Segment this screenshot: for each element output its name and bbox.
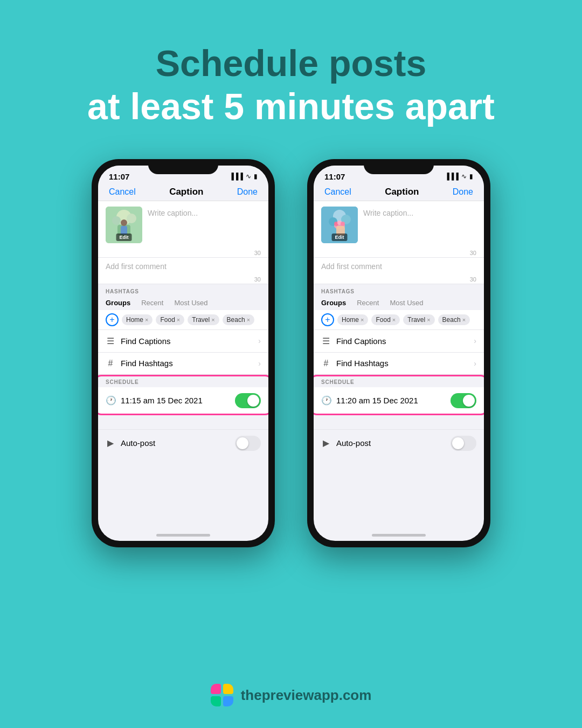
hashtags-label-left: HASHTAGS <box>98 284 268 297</box>
schedule-section-wrapper-left: SCHEDULE 🕐 11:15 am 15 Dec 2021 <box>98 375 268 414</box>
find-hashtags-text-right: Find Hashtags <box>336 359 389 368</box>
add-chip-left[interactable]: + <box>106 313 119 326</box>
find-hashtags-item-left[interactable]: # Find Hashtags › <box>98 353 268 375</box>
autopost-row-left: ▶ Auto-post <box>98 429 268 457</box>
hero-line2: at least 5 minutes apart <box>0 86 582 127</box>
caption-area-right: Edit Write caption... <box>314 201 484 249</box>
hashtag-tabs-right: Groups Recent Most Used <box>314 297 484 310</box>
notch-right <box>364 159 434 174</box>
chevron-captions-right: › <box>474 336 476 345</box>
done-button-left[interactable]: Done <box>237 187 258 197</box>
autopost-row-right: ▶ Auto-post <box>314 429 484 457</box>
schedule-toggle-right[interactable] <box>451 393 476 408</box>
schedule-toggle-left[interactable] <box>235 393 261 408</box>
footer: thepreviewapp.com <box>0 684 582 706</box>
chip-travel-left[interactable]: Travel× <box>188 314 219 325</box>
nav-bar-right: Cancel Caption Done <box>314 183 484 201</box>
char-count-right: 30 <box>314 249 484 257</box>
autopost-toggle-knob-right <box>452 437 464 449</box>
wifi-icon-right: ∿ <box>461 173 467 180</box>
tab-recent-left[interactable]: Recent <box>141 299 163 307</box>
find-captions-item-left[interactable]: ☰ Find Captions › <box>98 330 268 353</box>
cancel-button-right[interactable]: Cancel <box>324 187 351 197</box>
autopost-icon-left: ▶ <box>106 438 115 448</box>
nav-title-right: Caption <box>385 187 419 197</box>
chip-home-left[interactable]: Home× <box>122 314 153 325</box>
autopost-text-right: Auto-post <box>336 438 371 448</box>
chip-beach-left[interactable]: Beach× <box>223 314 254 325</box>
tab-groups-left[interactable]: Groups <box>106 299 130 307</box>
find-hashtags-text-left: Find Hashtags <box>121 359 173 368</box>
done-button-right[interactable]: Done <box>453 187 473 197</box>
toggle-knob-left <box>247 395 259 407</box>
autopost-toggle-knob-left <box>237 437 248 449</box>
chevron-captions-left: › <box>258 336 261 345</box>
find-captions-item-right[interactable]: ☰ Find Captions › <box>314 330 484 353</box>
captions-icon-right: ☰ <box>321 336 331 346</box>
svg-point-5 <box>121 219 127 226</box>
caption-input-right[interactable]: Write caption... <box>363 207 413 243</box>
hashtags-icon-left: # <box>106 359 115 368</box>
tab-groups-right[interactable]: Groups <box>321 299 346 307</box>
find-captions-left-right: ☰ Find Captions <box>321 336 386 346</box>
svg-point-14 <box>341 222 345 226</box>
chip-food-right[interactable]: Food× <box>371 314 400 325</box>
thumbnail-left[interactable]: Edit <box>106 207 142 243</box>
autopost-toggle-right[interactable] <box>451 436 476 451</box>
hashtag-chips-left: + Home× Food× Travel× Beach× <box>98 310 268 330</box>
find-captions-text-left: Find Captions <box>121 336 171 346</box>
find-hashtags-item-right[interactable]: # Find Hashtags › <box>314 353 484 375</box>
hashtag-tabs-left: Groups Recent Most Used <box>98 297 268 310</box>
notch-left <box>148 159 218 174</box>
tab-most-used-left[interactable]: Most Used <box>174 299 207 307</box>
char-count-left: 30 <box>98 249 268 257</box>
nav-title-left: Caption <box>169 187 203 197</box>
hashtag-chips-right: + Home× Food× Travel× Beach× <box>314 310 484 330</box>
chevron-hashtags-right: › <box>474 359 476 368</box>
clock-icon-left: 🕐 <box>106 395 115 406</box>
autopost-icon-right: ▶ <box>321 438 331 448</box>
caption-input-left[interactable]: Write caption... <box>148 207 198 243</box>
schedule-right-content: 🕐 11:20 am 15 Dec 2021 <box>321 395 418 406</box>
autopost-toggle-left[interactable] <box>235 436 261 451</box>
phones-container: 11:07 ▐▐▐ ∿ ▮ Cancel Caption Done <box>0 148 582 547</box>
svg-point-2 <box>112 216 121 225</box>
chip-food-left[interactable]: Food× <box>156 314 184 325</box>
chip-beach-right[interactable]: Beach× <box>438 314 470 325</box>
wifi-icon: ∿ <box>246 173 251 180</box>
status-icons-left: ▐▐▐ ∿ ▮ <box>229 173 258 180</box>
edit-label-right[interactable]: Edit <box>332 233 348 241</box>
toggle-knob-right <box>463 395 475 407</box>
phone-right: 11:07 ▐▐▐ ∿ ▮ Cancel Caption Done <box>307 159 490 547</box>
chip-home-right[interactable]: Home× <box>337 314 368 325</box>
schedule-time-left: 11:15 am 15 Dec 2021 <box>121 396 203 405</box>
clock-icon-right: 🕐 <box>321 395 331 406</box>
find-captions-left-left: ☰ Find Captions <box>106 336 171 346</box>
chip-travel-right[interactable]: Travel× <box>403 314 434 325</box>
char-count2-right: 30 <box>314 275 484 284</box>
schedule-row-right: 🕐 11:20 am 15 Dec 2021 <box>314 387 484 414</box>
add-chip-right[interactable]: + <box>321 313 334 326</box>
phone-left-wrapper: 11:07 ▐▐▐ ∿ ▮ Cancel Caption Done <box>92 159 275 547</box>
home-indicator-right <box>372 534 426 537</box>
schedule-label-right: SCHEDULE <box>314 375 484 387</box>
tab-recent-right[interactable]: Recent <box>357 299 379 307</box>
thumbnail-right[interactable]: Edit <box>321 207 358 243</box>
autopost-text-left: Auto-post <box>121 438 155 448</box>
cancel-button-left[interactable]: Cancel <box>109 187 136 197</box>
schedule-row-left: 🕐 11:15 am 15 Dec 2021 <box>98 387 268 414</box>
first-comment-left[interactable]: Add first comment <box>98 258 268 275</box>
schedule-section-wrapper-right: SCHEDULE 🕐 11:20 am 15 Dec 2021 <box>314 375 484 414</box>
signal-icon: ▐▐▐ <box>229 173 243 180</box>
find-captions-text-right: Find Captions <box>336 336 386 346</box>
hero-line1: Schedule posts <box>0 43 582 84</box>
autopost-left: ▶ Auto-post <box>106 438 155 448</box>
status-icons-right: ▐▐▐ ∿ ▮ <box>445 173 473 180</box>
tab-most-used-right[interactable]: Most Used <box>390 299 423 307</box>
first-comment-right[interactable]: Add first comment <box>314 258 484 275</box>
edit-label-left[interactable]: Edit <box>116 233 132 241</box>
svg-rect-19 <box>223 696 233 706</box>
status-time-left: 11:07 <box>109 172 129 181</box>
nav-bar-left: Cancel Caption Done <box>98 183 268 201</box>
find-hashtags-left-right: # Find Hashtags <box>321 359 389 368</box>
